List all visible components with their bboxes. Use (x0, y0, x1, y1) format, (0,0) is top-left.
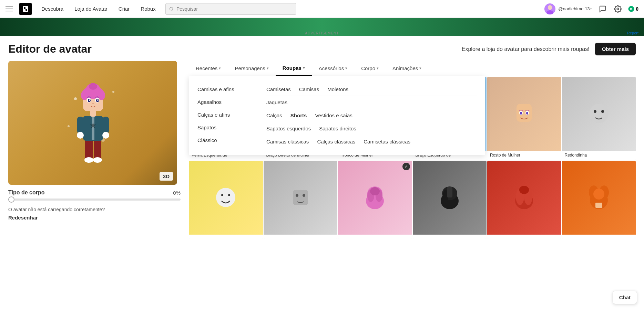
chevron-down-icon: ▾ (377, 66, 379, 71)
category-sapatos[interactable]: Sapatos (195, 121, 252, 134)
svg-text:R: R (630, 7, 633, 11)
hamburger-menu-icon[interactable] (6, 5, 14, 13)
warning-text: O avatar não está carregando corretament… (8, 207, 105, 212)
dropdown-item-shorts[interactable]: Shorts (290, 112, 307, 118)
list-item[interactable] (413, 161, 487, 239)
item-image (264, 161, 338, 235)
category-calcas-afins[interactable]: Calças e afins (195, 108, 252, 121)
user-info: @nadiehime 13+ (544, 3, 592, 14)
svg-point-38 (97, 99, 99, 101)
dropdown-item-calcas[interactable]: Calças (266, 112, 282, 118)
tabs-container: Recentes ▾ Personagens ▾ Roupas ▾ Acessó… (189, 61, 636, 76)
item-thumb (510, 100, 538, 127)
dropdown-item-vestidos[interactable]: Vestidos e saias (315, 112, 352, 118)
dropdown-item-camisetas[interactable]: Camisetas (266, 86, 291, 92)
tab-recentes[interactable]: Recentes ▾ (189, 61, 228, 76)
avatar-character (58, 71, 127, 174)
svg-rect-0 (23, 6, 28, 12)
item-label (189, 235, 263, 239)
dropdown-item-camisas-classicas[interactable]: Camisas clássicas (266, 139, 309, 144)
item-label (562, 235, 636, 239)
list-item[interactable]: Rosto de Mulher (487, 77, 561, 160)
category-classico[interactable]: Clássico (195, 134, 252, 147)
dropdown-item-camisetas-classicas[interactable]: Camisetas clássicas (364, 139, 410, 144)
category-tabs: Recentes ▾ Personagens ▾ Roupas ▾ Acessó… (189, 61, 636, 76)
tab-acessorios[interactable]: Acessórios ▾ (312, 61, 354, 76)
svg-point-17 (84, 157, 93, 163)
slider-thumb[interactable] (8, 196, 14, 203)
dropdown-item-sapatos-dir[interactable]: Sapatos direitos (319, 126, 356, 131)
list-item[interactable] (264, 161, 338, 239)
list-item[interactable] (562, 161, 636, 239)
nav-discover[interactable]: Descubra (37, 4, 68, 14)
settings-icon-header[interactable] (613, 4, 623, 14)
robux-value: 0 (636, 6, 638, 12)
item-thumb (510, 184, 538, 211)
svg-point-71 (216, 188, 235, 207)
nav-create[interactable]: Criar (114, 4, 134, 14)
tab-roupas[interactable]: Roupas ▾ (276, 61, 312, 76)
svg-point-81 (370, 187, 380, 195)
search-icon (169, 7, 174, 11)
dropdown-content: Camisas e afins Agasalhos Calças e afins… (189, 83, 485, 148)
item-selected-badge: ✓ (402, 163, 410, 170)
item-thumb (212, 184, 239, 211)
item-thumb (361, 184, 389, 211)
header: Descubra Loja do Avatar Criar Robux @nad… (0, 0, 644, 18)
tab-animacoes[interactable]: Animações ▾ (386, 61, 428, 76)
chevron-down-icon: ▾ (345, 66, 347, 71)
item-thumb (436, 184, 463, 211)
main-nav: Descubra Loja do Avatar Criar Robux (37, 4, 160, 14)
svg-point-18 (93, 157, 102, 163)
list-item[interactable]: Redondinha (562, 77, 636, 160)
list-item[interactable] (189, 161, 263, 239)
robux-icon: R (628, 6, 634, 12)
list-item[interactable]: ✓ (338, 161, 412, 239)
search-bar[interactable] (165, 3, 296, 15)
item-thumb (585, 100, 613, 127)
redraw-button[interactable]: Redesenhar (8, 215, 38, 221)
list-item[interactable] (487, 161, 561, 239)
roblox-logo (19, 3, 32, 15)
chevron-down-icon: ▾ (303, 66, 305, 70)
item-image (338, 161, 412, 235)
chat-bubble[interactable]: Chat (613, 291, 637, 304)
svg-point-23 (77, 132, 84, 139)
svg-point-76 (303, 194, 305, 197)
nav-robux[interactable]: Robux (136, 4, 160, 14)
category-agasalhos[interactable]: Agasalhos (195, 96, 252, 108)
item-label (487, 235, 561, 239)
svg-line-4 (172, 10, 173, 10)
dropdown-row-classico: Camisas clássicas Calças clássicas Camis… (266, 135, 477, 148)
svg-point-3 (170, 7, 173, 10)
chat-header-icon[interactable] (598, 4, 607, 14)
right-panel: Explore a loja do avatar para descobrir … (189, 43, 636, 239)
tab-personagens[interactable]: Personagens ▾ (228, 61, 275, 76)
svg-point-94 (593, 189, 604, 200)
ad-report[interactable]: Report (627, 31, 638, 35)
dropdown-item-moletons[interactable]: Moletons (327, 86, 348, 92)
item-image (487, 161, 561, 235)
roupas-dropdown: Camisas e afins Agasalhos Calças e afins… (189, 76, 485, 155)
ad-banner: ADVERTISEMENT Report (0, 18, 644, 36)
header-right: @nadiehime 13+ R 0 (544, 3, 638, 14)
body-type-slider[interactable] (8, 199, 181, 201)
svg-point-72 (221, 194, 223, 196)
svg-point-32 (89, 83, 97, 90)
avatar (544, 3, 555, 14)
tab-corpo[interactable]: Corpo ▾ (354, 61, 386, 76)
obter-mais-button[interactable]: Obter mais (595, 43, 636, 55)
svg-point-73 (228, 194, 230, 196)
user-avatar-img (544, 3, 555, 14)
search-input[interactable] (176, 6, 293, 12)
dropdown-item-sapatos-esq[interactable]: Sapatos esquerdos (266, 126, 311, 131)
explore-bar: Explore a loja do avatar para descobrir … (189, 43, 636, 55)
user-name: @nadiehime 13+ (558, 6, 592, 11)
svg-point-67 (526, 112, 528, 115)
dropdown-item-calcas-classicas[interactable]: Calças clássicas (317, 139, 355, 144)
dropdown-item-jaquetas[interactable]: Jaquetas (266, 99, 287, 105)
nav-avatar-shop[interactable]: Loja do Avatar (70, 4, 112, 14)
dropdown-item-camisas[interactable]: Camisas (299, 86, 319, 92)
item-label: Redondinha (562, 151, 636, 160)
category-camisas-afins[interactable]: Camisas e afins (195, 83, 252, 96)
